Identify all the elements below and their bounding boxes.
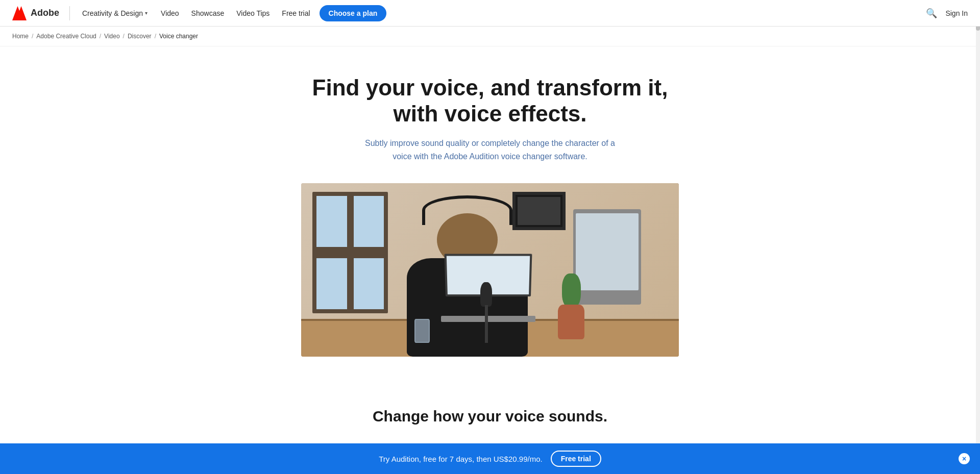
adobe-logo[interactable]: Adobe — [12, 6, 59, 20]
scene-cactus-body — [562, 273, 581, 308]
nav-links: Video Showcase Video Tips Free trial Cho… — [156, 5, 386, 21]
breadcrumb-acc[interactable]: Adobe Creative Cloud — [36, 33, 96, 40]
creativity-design-menu[interactable]: Creativity & Design ▾ — [78, 6, 152, 20]
breadcrumb-sep-3: / — [123, 33, 125, 40]
search-icon[interactable]: 🔍 — [926, 8, 937, 19]
main-nav: Adobe Creativity & Design ▾ Video Showca… — [0, 0, 980, 27]
nav-link-video[interactable]: Video — [156, 6, 184, 20]
breadcrumb-home[interactable]: Home — [12, 33, 29, 40]
hero-photo — [301, 183, 679, 357]
change-section: Change how your voice sounds. — [0, 377, 980, 435]
hero-subtitle: Subtly improve sound quality or complete… — [357, 137, 623, 163]
nav-link-videotips[interactable]: Video Tips — [231, 6, 275, 20]
breadcrumb-video[interactable]: Video — [104, 33, 119, 40]
nav-right: 🔍 Sign In — [926, 8, 968, 19]
adobe-logo-icon — [12, 6, 27, 20]
hero-section: Find your voice, and transform it, with … — [0, 46, 980, 377]
hero-image — [301, 183, 679, 357]
breadcrumb-sep-2: / — [100, 33, 101, 40]
sign-in-link[interactable]: Sign In — [945, 9, 968, 17]
breadcrumb: Home / Adobe Creative Cloud / Video / Di… — [0, 27, 980, 46]
nav-link-freetrial[interactable]: Free trial — [277, 6, 315, 20]
nav-link-showcase[interactable]: Showcase — [186, 6, 230, 20]
creativity-design-label: Creativity & Design — [82, 9, 143, 17]
scene-monitor — [573, 209, 641, 305]
chevron-down-icon: ▾ — [145, 10, 148, 16]
breadcrumb-current: Voice changer — [159, 33, 198, 40]
scrollbar-track[interactable] — [976, 0, 980, 435]
scene-mic-stand — [485, 305, 488, 343]
scene-monitor-screen — [576, 213, 639, 290]
adobe-logo-text: Adobe — [31, 8, 59, 18]
change-section-title: Change how your voice sounds. — [12, 408, 968, 425]
choose-plan-button[interactable]: Choose a plan — [320, 5, 387, 21]
breadcrumb-sep-1: / — [32, 33, 33, 40]
scene-mic-head — [480, 282, 493, 307]
breadcrumb-sep-4: / — [155, 33, 156, 40]
breadcrumb-discover[interactable]: Discover — [128, 33, 152, 40]
scene-window — [312, 192, 388, 313]
scene — [301, 183, 679, 357]
scene-microphone — [479, 282, 494, 343]
scene-glass — [414, 319, 430, 343]
hero-title: Find your voice, and transform it, with … — [311, 75, 669, 127]
scene-cactus-pot — [558, 305, 584, 339]
nav-divider — [69, 6, 70, 20]
